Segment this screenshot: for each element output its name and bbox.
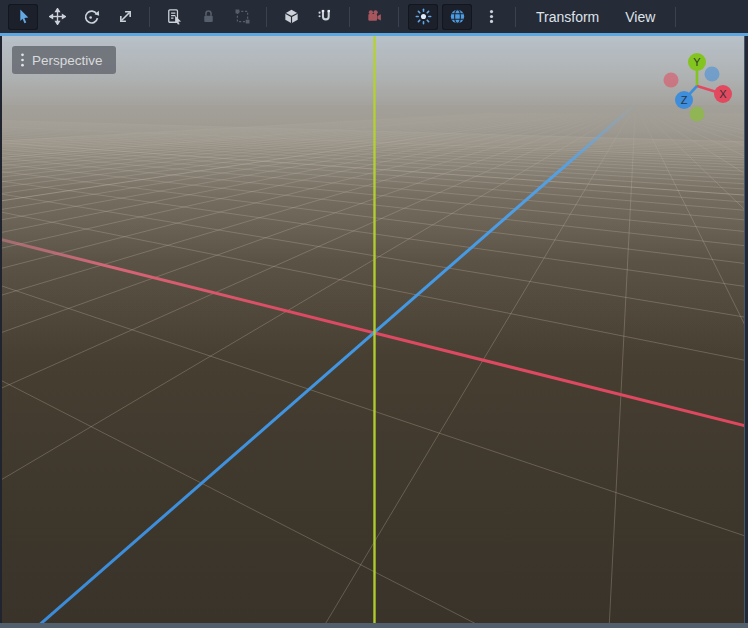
gizmo-z-negative[interactable] <box>705 67 720 82</box>
toolbar-separator <box>349 7 350 27</box>
distance-fog <box>2 105 744 623</box>
scale-tool-button[interactable] <box>110 4 140 30</box>
rotate-icon <box>83 8 100 25</box>
transform-menu[interactable]: Transform <box>525 4 610 30</box>
cube-icon <box>283 8 300 25</box>
lock-button[interactable] <box>193 4 223 30</box>
lock-icon <box>200 8 217 25</box>
preview-environment-button[interactable] <box>442 4 472 30</box>
projection-label: Perspective <box>32 53 103 68</box>
select-tool-button[interactable] <box>8 4 38 30</box>
dots-vertical-icon <box>483 8 500 25</box>
dots-vertical-icon <box>20 52 25 68</box>
viewport-left-edge <box>0 36 2 623</box>
camera-icon <box>366 8 383 25</box>
bottom-panel-edge[interactable] <box>0 623 748 628</box>
list-select-icon <box>166 8 183 25</box>
cursor-icon <box>15 8 32 25</box>
viewport-right-edge <box>744 36 748 623</box>
move-tool-button[interactable] <box>42 4 72 30</box>
sun-icon <box>415 8 432 25</box>
gizmo-y-negative[interactable] <box>690 107 705 122</box>
toolbar-separator <box>675 7 676 27</box>
local-space-button[interactable] <box>276 4 306 30</box>
group-icon <box>234 8 251 25</box>
gizmo-x-negative[interactable] <box>664 73 679 88</box>
rotate-tool-button[interactable] <box>76 4 106 30</box>
camera-preview-button[interactable] <box>359 4 389 30</box>
toolbar-separator <box>266 7 267 27</box>
globe-icon <box>449 8 466 25</box>
group-button[interactable] <box>227 4 257 30</box>
godot-3d-editor: Transform View YXZ Perspective <box>0 0 748 628</box>
toolbar-separator <box>398 7 399 27</box>
extra-options-button[interactable] <box>476 4 506 30</box>
view-menu[interactable]: View <box>614 4 666 30</box>
preview-sunlight-button[interactable] <box>408 4 438 30</box>
perspective-menu-button[interactable]: Perspective <box>12 46 116 74</box>
snap-button[interactable] <box>310 4 340 30</box>
viewport-toolbar: Transform View <box>0 0 748 33</box>
viewport-3d-canvas[interactable]: YXZ <box>2 36 744 623</box>
move-icon <box>49 8 66 25</box>
gizmo-axis-label: Z <box>681 94 688 106</box>
magnet-icon <box>317 8 334 25</box>
list-select-tool-button[interactable] <box>159 4 189 30</box>
gizmo-axis-label: Y <box>693 56 701 68</box>
toolbar-separator <box>515 7 516 27</box>
scale-icon <box>117 8 134 25</box>
gizmo-axis-label: X <box>719 88 727 100</box>
toolbar-separator <box>149 7 150 27</box>
